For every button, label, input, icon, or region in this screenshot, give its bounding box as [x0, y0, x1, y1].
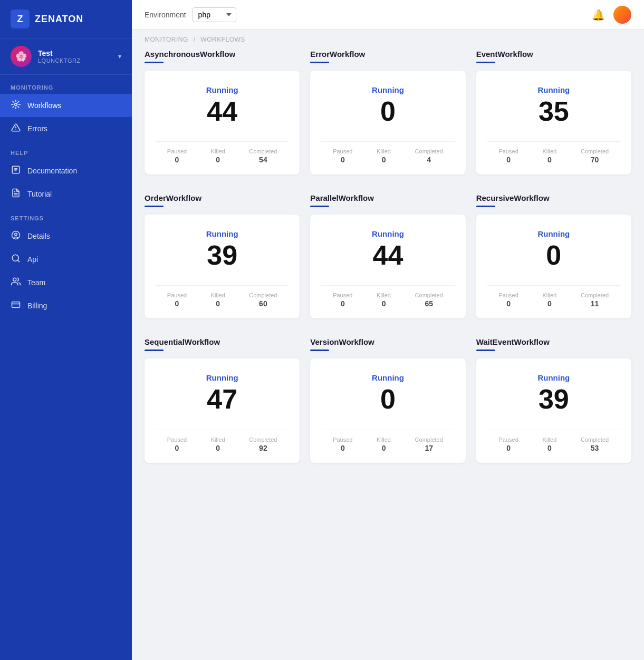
completed-label: Completed	[415, 292, 443, 298]
breadcrumb-workflows[interactable]: WORKFLOWS	[200, 36, 245, 43]
killed-label: Killed	[377, 436, 391, 443]
sidebar-item-errors[interactable]: Errors	[0, 117, 132, 140]
breadcrumb-separator: /	[194, 36, 196, 43]
svg-point-10	[13, 278, 16, 281]
running-label: Running	[155, 85, 289, 94]
sidebar-item-api-label: Api	[27, 255, 38, 264]
workflow-underline	[310, 62, 329, 63]
workflow-card-1-2[interactable]: Running 0 Paused 0 Killed 0 Completed 11	[476, 215, 631, 318]
killed-value: 0	[211, 156, 225, 164]
breadcrumb-monitoring[interactable]: MONITORING	[145, 36, 188, 43]
card-stats: Paused 0 Killed 0 Completed 60	[155, 285, 289, 308]
running-count: 0	[487, 240, 621, 270]
details-icon	[11, 230, 21, 242]
workflow-title[interactable]: AsynchronousWorkflow	[145, 50, 300, 59]
logo[interactable]: Z ZENATON	[0, 0, 132, 38]
avatar: 🌸	[11, 46, 32, 67]
card-stats: Paused 0 Killed 0 Completed 92	[155, 430, 289, 452]
workflow-card-2-2[interactable]: Running 39 Paused 0 Killed 0 Completed 5…	[476, 358, 631, 462]
sidebar-item-details[interactable]: Details	[0, 225, 132, 248]
sidebar-item-team[interactable]: Team	[0, 271, 132, 294]
completed-value: 53	[581, 444, 609, 452]
paused-label: Paused	[333, 292, 352, 298]
stat-killed: Killed 0	[542, 436, 556, 452]
killed-value: 0	[542, 299, 556, 308]
stat-killed: Killed 0	[211, 292, 225, 308]
workflow-title[interactable]: SequentialWorkflow	[145, 337, 300, 346]
running-label: Running	[487, 373, 621, 382]
user-menu[interactable]: 🌸 Test LQUNCKTGRZ ▾	[0, 38, 132, 75]
workflow-title[interactable]: OrderWorkflow	[145, 193, 300, 202]
workflow-title[interactable]: WaitEventWorkflow	[476, 337, 631, 346]
stat-killed: Killed 0	[377, 148, 391, 164]
workflow-title[interactable]: VersionWorkflow	[310, 337, 465, 346]
workflow-card-2-1[interactable]: Running 0 Paused 0 Killed 0 Completed 17	[310, 358, 465, 462]
running-label: Running	[155, 229, 289, 238]
sidebar-item-tutorial[interactable]: Tutorial	[0, 182, 132, 206]
workflow-name-0-2: EventWorkflow	[476, 50, 631, 71]
errors-icon	[11, 123, 21, 134]
killed-value: 0	[211, 299, 225, 308]
workflow-card-0-2[interactable]: Running 35 Paused 0 Killed 0 Completed 7…	[476, 71, 631, 174]
environment-select[interactable]: php node python	[193, 7, 236, 22]
workflow-title[interactable]: EventWorkflow	[476, 50, 631, 59]
bell-icon[interactable]: 🔔	[590, 6, 607, 23]
stat-killed: Killed 0	[377, 292, 391, 308]
card-stats: Paused 0 Killed 0 Completed 17	[321, 430, 455, 452]
tutorial-icon	[11, 188, 21, 200]
stat-paused: Paused 0	[167, 292, 187, 308]
stat-completed: Completed 60	[249, 292, 277, 308]
paused-value: 0	[333, 299, 352, 308]
completed-label: Completed	[249, 148, 277, 154]
paused-label: Paused	[498, 292, 518, 298]
workflow-card-0-0[interactable]: Running 44 Paused 0 Killed 0 Completed 5…	[145, 71, 300, 174]
paused-label: Paused	[333, 436, 352, 443]
topbar: Environment php node python 🔔	[132, 0, 644, 30]
breadcrumb: MONITORING / WORKFLOWS	[132, 30, 644, 47]
workflow-card-0-1[interactable]: Running 0 Paused 0 Killed 0 Completed 4	[310, 71, 465, 174]
paused-label: Paused	[167, 148, 187, 154]
sidebar-item-billing[interactable]: Billing	[0, 294, 132, 317]
killed-value: 0	[377, 156, 391, 164]
logo-icon: Z	[11, 9, 30, 28]
killed-label: Killed	[211, 436, 225, 443]
killed-label: Killed	[377, 148, 391, 154]
paused-value: 0	[333, 444, 352, 452]
workflow-row-2: SequentialWorkflow VersionWorkflow WaitE…	[145, 337, 631, 462]
workflow-name-1-0: OrderWorkflow	[145, 193, 300, 215]
running-label: Running	[487, 229, 621, 238]
sidebar-item-workflows-label: Workflows	[27, 101, 61, 110]
workflow-card-1-0[interactable]: Running 39 Paused 0 Killed 0 Completed 6…	[145, 215, 300, 318]
workflow-underline	[476, 350, 495, 351]
running-count: 0	[321, 96, 455, 127]
sidebar-item-documentation[interactable]: Documentation	[0, 159, 132, 182]
sidebar-item-details-label: Details	[27, 232, 50, 240]
paused-value: 0	[498, 299, 518, 308]
user-name: Test	[38, 49, 112, 57]
completed-value: 4	[415, 156, 443, 164]
sidebar-item-workflows[interactable]: Workflows	[0, 94, 132, 117]
svg-point-7	[15, 233, 17, 236]
running-label: Running	[321, 229, 455, 238]
workflow-title[interactable]: ParallelWorkflow	[310, 193, 465, 202]
workflow-title[interactable]: ErrorWorkflow	[310, 50, 465, 59]
workflow-card-1-1[interactable]: Running 44 Paused 0 Killed 0 Completed 6…	[310, 215, 465, 318]
team-icon	[11, 277, 21, 288]
user-info: Test LQUNCKTGRZ	[38, 49, 112, 64]
killed-value: 0	[211, 444, 225, 452]
workflow-row-0: AsynchronousWorkflow ErrorWorkflow Event…	[145, 50, 631, 174]
killed-label: Killed	[542, 436, 556, 443]
topbar-avatar[interactable]	[613, 6, 631, 24]
workflow-card-2-0[interactable]: Running 47 Paused 0 Killed 0 Completed 9…	[145, 358, 300, 462]
workflow-name-0-0: AsynchronousWorkflow	[145, 50, 300, 71]
workflow-name-2-0: SequentialWorkflow	[145, 337, 300, 358]
paused-value: 0	[498, 444, 518, 452]
stat-completed: Completed 17	[415, 436, 443, 452]
sidebar-item-api[interactable]: Api	[0, 248, 132, 271]
environment-label: Environment	[145, 11, 186, 19]
workflow-title[interactable]: RecursiveWorkflow	[476, 193, 631, 202]
workflow-name-1-1: ParallelWorkflow	[310, 193, 465, 215]
stat-completed: Completed 65	[415, 292, 443, 308]
sidebar: Z ZENATON 🌸 Test LQUNCKTGRZ ▾ MONITORING…	[0, 0, 132, 660]
stat-paused: Paused 0	[333, 292, 352, 308]
